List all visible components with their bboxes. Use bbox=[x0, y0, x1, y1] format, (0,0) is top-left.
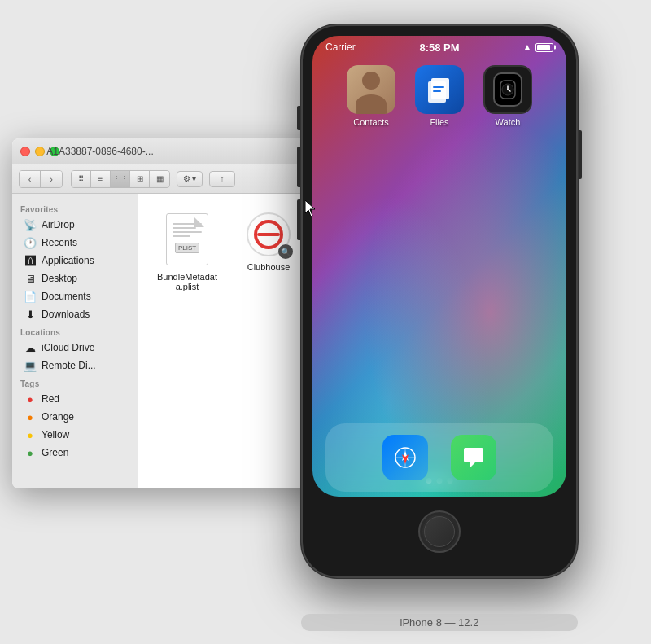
finder-window: A1A33887-0896-4680-... ‹ › ⠿ ≡ ⋮⋮ ⊞ ▦ ⚙ … bbox=[12, 138, 346, 488]
sidebar-item-red[interactable]: ● Red bbox=[15, 390, 134, 408]
sidebar-item-applications[interactable]: 🅰 Applications bbox=[15, 252, 134, 269]
sidebar-item-orange[interactable]: ● Orange bbox=[15, 408, 134, 426]
svg-rect-2 bbox=[433, 86, 444, 88]
desktop-label: Desktop bbox=[42, 273, 77, 284]
sidebar-item-airdrop[interactable]: 📡 AirDrop bbox=[15, 216, 134, 234]
column-view-button[interactable]: ⋮⋮ bbox=[111, 171, 130, 187]
finder-toolbar: ‹ › ⠿ ≡ ⋮⋮ ⊞ ▦ ⚙ ▾ ↑ bbox=[12, 164, 346, 194]
yellow-tag-icon: ● bbox=[24, 428, 37, 441]
sidebar-item-icloud[interactable]: ☁ iCloud Drive bbox=[15, 339, 134, 357]
clubhouse-icon: 🔍 bbox=[244, 210, 293, 259]
watch-label: Watch bbox=[496, 117, 521, 127]
plist-filename: BundleMetadata.plist bbox=[155, 272, 220, 291]
iphone-body: Carrier 8:58 PM ▲ bbox=[301, 24, 578, 578]
app-files[interactable]: Files bbox=[415, 65, 464, 127]
downloads-label: Downloads bbox=[42, 309, 90, 320]
sidebar-item-remote[interactable]: 💻 Remote Di... bbox=[15, 357, 134, 375]
dock-messages[interactable] bbox=[451, 435, 496, 480]
window-title: A1A33887-0896-4680-... bbox=[19, 146, 181, 157]
yellow-label: Yellow bbox=[42, 429, 69, 440]
icloud-icon: ☁ bbox=[24, 341, 37, 354]
file-item-plist[interactable]: PLIST BundleMetadata.plist bbox=[155, 210, 220, 291]
tags-label: Tags bbox=[12, 375, 138, 390]
action-button[interactable]: ⚙ ▾ bbox=[177, 171, 203, 187]
mute-button bbox=[297, 106, 300, 130]
iphone-dock bbox=[326, 423, 553, 492]
red-label: Red bbox=[42, 393, 59, 405]
remote-label: Remote Di... bbox=[42, 360, 96, 371]
applications-label: Applications bbox=[42, 255, 94, 266]
contacts-icon-img bbox=[347, 65, 395, 114]
green-tag-icon: ● bbox=[24, 446, 37, 459]
plist-icon: PLIST bbox=[163, 210, 212, 269]
app-watch[interactable]: Watch bbox=[483, 65, 532, 127]
home-button-inner bbox=[424, 516, 455, 547]
desktop-icon: 🖥 bbox=[24, 272, 37, 285]
nav-buttons: ‹ › bbox=[19, 170, 63, 188]
app-contacts[interactable]: Contacts bbox=[347, 65, 395, 127]
list-view-button[interactable]: ≡ bbox=[91, 171, 111, 187]
sidebar-item-downloads[interactable]: ⬇ Downloads bbox=[15, 305, 134, 323]
volume-down-button bbox=[297, 199, 300, 240]
sidebar-item-documents[interactable]: 📄 Documents bbox=[15, 287, 134, 305]
iphone-screen-area: Carrier 8:58 PM ▲ bbox=[312, 36, 566, 497]
red-tag-icon: ● bbox=[24, 392, 37, 405]
wifi-icon: ▲ bbox=[522, 42, 532, 53]
view-buttons: ⠿ ≡ ⋮⋮ ⊞ ▦ bbox=[71, 170, 170, 188]
iphone-bottom bbox=[312, 497, 566, 567]
airdrop-label: AirDrop bbox=[42, 219, 75, 230]
clubhouse-filename: Clubhouse bbox=[247, 262, 291, 272]
carrier-text: Carrier bbox=[326, 42, 356, 53]
locations-label: Locations bbox=[12, 323, 138, 339]
watch-icon-img bbox=[483, 65, 532, 114]
status-time: 8:58 PM bbox=[419, 42, 459, 54]
contacts-label: Contacts bbox=[353, 117, 388, 127]
sidebar-item-desktop[interactable]: 🖥 Desktop bbox=[15, 269, 134, 287]
orange-label: Orange bbox=[42, 411, 74, 423]
iphone-device: Carrier 8:58 PM ▲ bbox=[301, 24, 578, 578]
remote-icon: 💻 bbox=[24, 359, 37, 372]
applications-icon: 🅰 bbox=[24, 254, 37, 267]
gallery-view-button[interactable]: ▦ bbox=[150, 171, 169, 187]
recents-icon: 🕐 bbox=[24, 236, 37, 249]
sidebar-item-yellow[interactable]: ● Yellow bbox=[15, 426, 134, 444]
status-bar: Carrier 8:58 PM ▲ bbox=[312, 36, 566, 59]
green-label: Green bbox=[42, 447, 68, 458]
file-item-clubhouse[interactable]: 🔍 Clubhouse bbox=[236, 210, 301, 291]
downloads-icon: ⬇ bbox=[24, 308, 37, 321]
app-icons-row: Contacts Files bbox=[312, 65, 566, 127]
forward-button[interactable]: › bbox=[41, 171, 62, 187]
sidebar-item-recents[interactable]: 🕐 Recents bbox=[15, 234, 134, 252]
battery-fill bbox=[537, 45, 550, 50]
battery-icon bbox=[535, 43, 553, 52]
back-button[interactable]: ‹ bbox=[20, 171, 41, 187]
orange-tag-icon: ● bbox=[24, 410, 37, 423]
documents-label: Documents bbox=[42, 291, 91, 302]
dock-safari[interactable] bbox=[382, 435, 428, 480]
power-button bbox=[579, 130, 582, 179]
recents-label: Recents bbox=[42, 237, 77, 248]
icon-view-button[interactable]: ⠿ bbox=[72, 171, 91, 187]
finder-titlebar: A1A33887-0896-4680-... bbox=[12, 138, 346, 164]
icloud-label: iCloud Drive bbox=[42, 342, 94, 353]
share-button[interactable]: ↑ bbox=[209, 171, 235, 187]
iphone-screen: Carrier 8:58 PM ▲ bbox=[312, 36, 566, 497]
cover-flow-button[interactable]: ⊞ bbox=[130, 171, 150, 187]
finder-sidebar: Favorites 📡 AirDrop 🕐 Recents 🅰 Applicat… bbox=[12, 194, 138, 488]
files-label: Files bbox=[430, 117, 448, 127]
documents-icon: 📄 bbox=[24, 290, 37, 303]
sidebar-item-green[interactable]: ● Green bbox=[15, 444, 134, 462]
svg-rect-3 bbox=[433, 90, 441, 92]
volume-up-button bbox=[297, 147, 300, 187]
finder-body: Favorites 📡 AirDrop 🕐 Recents 🅰 Applicat… bbox=[12, 194, 346, 488]
device-label: iPhone 8 — 12.2 bbox=[301, 614, 578, 631]
airdrop-icon: 📡 bbox=[24, 218, 37, 231]
favorites-label: Favorites bbox=[12, 200, 138, 216]
svg-rect-1 bbox=[431, 78, 449, 99]
files-icon-img bbox=[415, 65, 464, 114]
home-button[interactable] bbox=[418, 510, 461, 553]
status-right: ▲ bbox=[522, 42, 553, 53]
